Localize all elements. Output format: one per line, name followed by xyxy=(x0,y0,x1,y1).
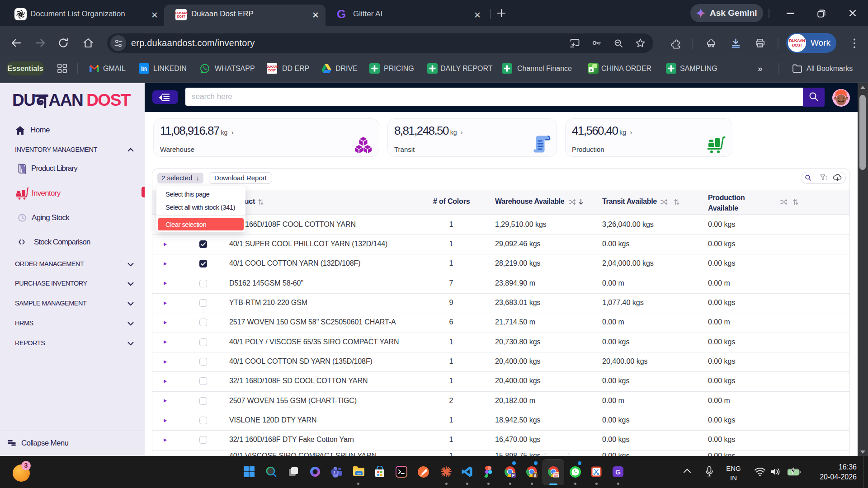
svg-text:d: d xyxy=(534,473,536,478)
svg-text:T: T xyxy=(333,470,335,474)
svg-text:P: P xyxy=(512,473,515,478)
svg-text:DUKAAN: DUKAAN xyxy=(552,473,559,475)
svg-text:G: G xyxy=(615,468,621,476)
svg-text:DOST: DOST xyxy=(554,475,559,477)
